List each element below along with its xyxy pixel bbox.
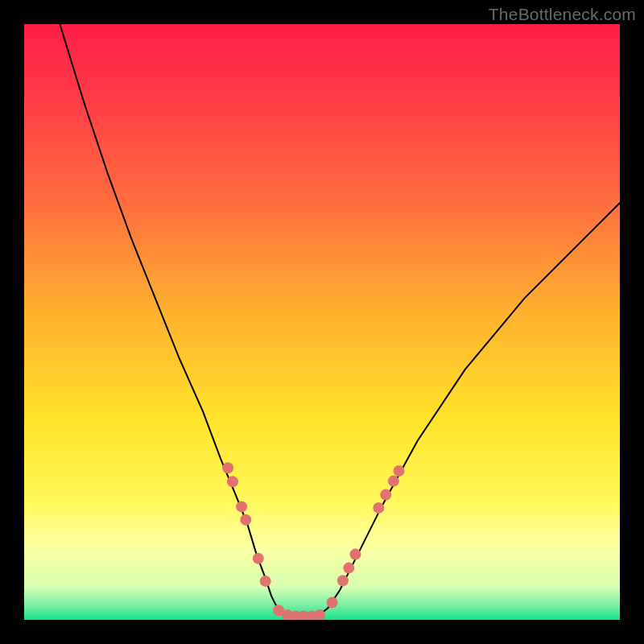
highlight-dot — [349, 549, 361, 560]
highlight-dot — [236, 501, 247, 512]
highlight-dot — [394, 465, 405, 477]
highlight-dot — [337, 575, 349, 586]
highlight-dots — [222, 462, 404, 620]
plot-area — [24, 24, 620, 620]
bottleneck-curve — [60, 24, 620, 617]
highlight-dot — [380, 489, 391, 501]
highlight-dot — [227, 476, 238, 487]
highlight-dot — [253, 553, 264, 564]
highlight-dot — [240, 514, 251, 526]
chart-frame: TheBottleneck.com — [0, 0, 644, 644]
highlight-dot — [222, 462, 233, 473]
highlight-dot — [343, 563, 354, 574]
watermark-text: TheBottleneck.com — [489, 5, 636, 24]
highlight-dot — [388, 476, 399, 487]
highlight-dot — [327, 597, 338, 609]
curve-layer — [24, 24, 620, 620]
highlight-dot — [260, 576, 271, 587]
highlight-dot — [373, 502, 384, 514]
